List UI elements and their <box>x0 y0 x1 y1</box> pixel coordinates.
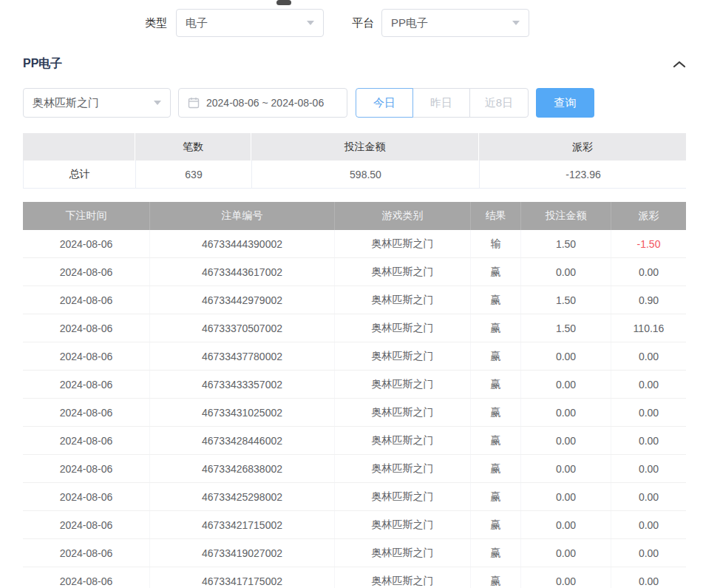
result-cell: 赢 <box>471 483 521 510</box>
bet-time-cell: 2024-08-06 <box>23 371 150 398</box>
order-no-cell: 46733433357002 <box>150 371 335 398</box>
bet-table-body: 2024-08-0646733444390002奥林匹斯之门输1.50-1.50… <box>23 230 686 588</box>
column-header-payout: 派彩 <box>611 202 686 230</box>
bet-time-cell: 2024-08-06 <box>23 314 150 342</box>
column-header-game-type: 游戏类别 <box>335 202 471 230</box>
bet-amount-cell: 1.50 <box>521 230 611 257</box>
table-row: 2024-08-0646733370507002奥林匹斯之门赢1.50110.1… <box>23 314 686 342</box>
game-type-cell: 奥林匹斯之门 <box>335 455 471 482</box>
summary-count-value: 639 <box>136 160 252 188</box>
bet-amount-cell: 0.00 <box>521 567 611 588</box>
top-filter-row: 类型 电子 平台 PP电子 <box>145 0 703 37</box>
payout-cell: 0.90 <box>611 286 686 314</box>
summary-header-bet-amount: 投注金额 <box>251 133 479 160</box>
bet-time-cell: 2024-08-06 <box>23 230 150 257</box>
game-type-cell: 奥林匹斯之门 <box>335 258 471 285</box>
game-type-cell: 奥林匹斯之门 <box>335 371 471 398</box>
game-type-cell: 奥林匹斯之门 <box>335 314 471 342</box>
platform-select-value: PP电子 <box>391 16 428 30</box>
result-cell: 赢 <box>471 258 521 285</box>
quick-date-button-group: 今日 昨日 近8日 <box>356 88 529 118</box>
order-no-cell: 46733437780002 <box>150 342 335 370</box>
order-no-cell: 46733419027002 <box>150 539 335 567</box>
type-label: 类型 <box>145 16 167 30</box>
table-row: 2024-08-0646733442979002奥林匹斯之门赢1.500.90 <box>23 286 686 314</box>
table-row: 2024-08-0646733426838002奥林匹斯之门赢0.000.00 <box>23 455 686 483</box>
table-row: 2024-08-0646733428446002奥林匹斯之门赢0.000.00 <box>23 427 686 455</box>
payout-cell: 110.16 <box>611 314 686 342</box>
type-select-value: 电子 <box>186 16 208 30</box>
summary-header-row: 笔数 投注金额 派彩 <box>23 133 686 160</box>
bet-amount-cell: 0.00 <box>521 371 611 398</box>
order-no-cell: 46733417175002 <box>150 567 335 588</box>
bet-amount-cell: 0.00 <box>521 399 611 426</box>
yesterday-button[interactable]: 昨日 <box>412 88 470 118</box>
result-cell: 输 <box>471 230 521 257</box>
game-type-cell: 奥林匹斯之门 <box>335 567 471 588</box>
type-select[interactable]: 电子 <box>176 9 324 37</box>
result-cell: 赢 <box>471 567 521 588</box>
bet-time-cell: 2024-08-06 <box>23 455 150 482</box>
order-no-cell: 46733443617002 <box>150 258 335 285</box>
chevron-down-icon <box>512 21 520 25</box>
bet-table-header: 下注时间注单编号游戏类别结果投注金额派彩 <box>23 202 686 230</box>
result-cell: 赢 <box>471 399 521 426</box>
today-button[interactable]: 今日 <box>356 88 413 118</box>
bet-amount-cell: 0.00 <box>521 483 611 510</box>
game-type-cell: 奥林匹斯之门 <box>335 286 471 314</box>
collapse-button[interactable] <box>673 60 686 69</box>
bet-amount-cell: 0.00 <box>521 258 611 285</box>
order-no-cell: 46733431025002 <box>150 399 335 426</box>
filter-bar: 奥林匹斯之门 2024-08-06 ~ 2024-08-06 今日 昨日 近8日… <box>23 88 686 118</box>
table-row: 2024-08-0646733425298002奥林匹斯之门赢0.000.00 <box>23 483 686 511</box>
bet-time-cell: 2024-08-06 <box>23 258 150 285</box>
table-row: 2024-08-0646733443617002奥林匹斯之门赢0.000.00 <box>23 258 686 286</box>
summary-header-count: 笔数 <box>135 133 251 160</box>
result-cell: 赢 <box>471 314 521 342</box>
bet-time-cell: 2024-08-06 <box>23 511 150 538</box>
platform-select[interactable]: PP电子 <box>381 9 529 37</box>
summary-header-empty <box>23 133 135 160</box>
game-select-value: 奥林匹斯之门 <box>33 96 99 110</box>
last-8-days-button[interactable]: 近8日 <box>469 88 529 118</box>
result-cell: 赢 <box>471 342 521 370</box>
payout-cell: -1.50 <box>611 230 686 257</box>
page-title: PP电子 <box>23 56 62 72</box>
chevron-up-icon <box>673 60 686 69</box>
order-no-cell: 46733444390002 <box>150 230 335 257</box>
result-cell: 赢 <box>471 511 521 538</box>
payout-cell: 0.00 <box>611 455 686 482</box>
table-row: 2024-08-0646733437780002奥林匹斯之门赢0.000.00 <box>23 342 686 371</box>
date-range-value: 2024-08-06 ~ 2024-08-06 <box>206 97 324 109</box>
game-type-cell: 奥林匹斯之门 <box>335 427 471 454</box>
summary-table: 笔数 投注金额 派彩 总计 639 598.50 -123.96 <box>23 133 686 189</box>
column-header-bet-time: 下注时间 <box>23 202 150 230</box>
payout-cell: 0.00 <box>611 427 686 454</box>
game-type-cell: 奥林匹斯之门 <box>335 399 471 426</box>
result-cell: 赢 <box>471 371 521 398</box>
payout-cell: 0.00 <box>611 342 686 370</box>
bet-time-cell: 2024-08-06 <box>23 342 150 370</box>
table-row: 2024-08-0646733433357002奥林匹斯之门赢0.000.00 <box>23 371 686 399</box>
result-cell: 赢 <box>471 286 521 314</box>
bet-amount-cell: 0.00 <box>521 427 611 454</box>
search-button[interactable]: 查询 <box>536 88 594 118</box>
date-range-picker[interactable]: 2024-08-06 ~ 2024-08-06 <box>178 88 347 118</box>
top-scrollbar-thumb[interactable] <box>276 0 291 5</box>
game-type-cell: 奥林匹斯之门 <box>335 230 471 257</box>
table-row: 2024-08-0646733421715002奥林匹斯之门赢0.000.00 <box>23 511 686 539</box>
table-row: 2024-08-0646733444390002奥林匹斯之门输1.50-1.50 <box>23 230 686 258</box>
game-type-cell: 奥林匹斯之门 <box>335 511 471 538</box>
game-type-cell: 奥林匹斯之门 <box>335 483 471 510</box>
result-cell: 赢 <box>471 427 521 454</box>
bet-amount-cell: 1.50 <box>521 314 611 342</box>
platform-label: 平台 <box>352 16 374 30</box>
chevron-down-icon <box>307 21 314 25</box>
game-select[interactable]: 奥林匹斯之门 <box>23 88 171 118</box>
bet-time-cell: 2024-08-06 <box>23 483 150 510</box>
chevron-down-icon <box>154 101 161 105</box>
bet-time-cell: 2024-08-06 <box>23 286 150 314</box>
bet-time-cell: 2024-08-06 <box>23 567 150 588</box>
game-type-cell: 奥林匹斯之门 <box>335 342 471 370</box>
bet-records-table: 下注时间注单编号游戏类别结果投注金额派彩 2024-08-06467334443… <box>23 202 686 588</box>
